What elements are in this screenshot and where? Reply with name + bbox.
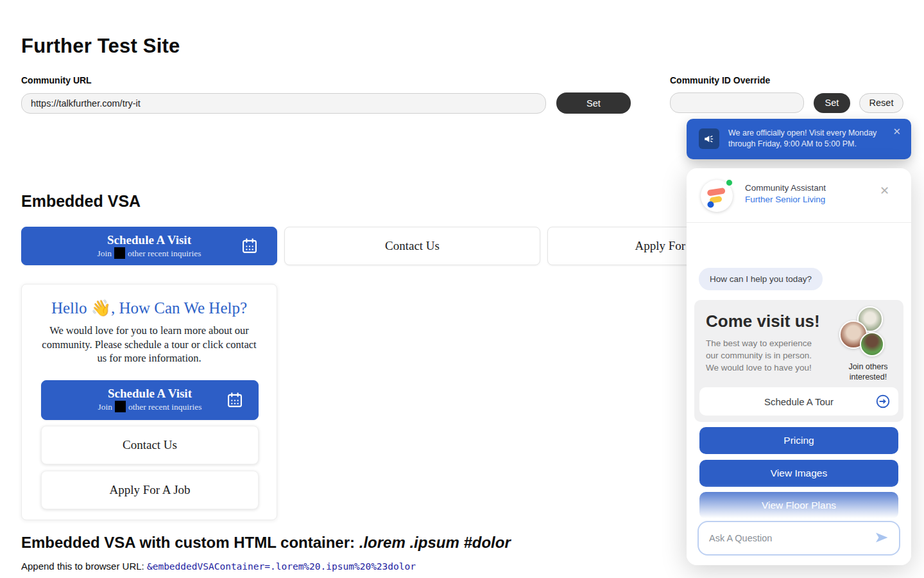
community-id-input[interactable] [670,92,804,113]
toast-close-button[interactable]: ✕ [893,127,901,136]
controls-section: Community URL Set Community ID Override … [21,75,903,114]
community-url-input[interactable] [21,93,546,114]
schedule-visit-subtext: Joinother recent inquiries [97,247,201,259]
greeting-bubble: How can I help you today? [699,268,823,290]
schedule-tour-button[interactable]: Schedule A Tour [699,387,898,416]
community-id-reset-button[interactable]: Reset [859,93,903,113]
ask-question-box [697,521,900,556]
card-apply-job-button[interactable]: Apply For A Job [41,471,259,509]
announcement-toast: We are officially open! Visit every Mond… [687,119,911,159]
chat-close-button[interactable]: ✕ [880,185,889,197]
css-selector-text: .lorem .ipsum #dolor [359,534,511,551]
schedule-visit-button[interactable]: Schedule A Visit Joinother recent inquir… [21,227,277,265]
calendar-icon [226,391,244,409]
redacted-count [115,401,126,412]
schedule-visit-label: Schedule A Visit [107,233,191,247]
community-url-label: Community URL [21,75,631,85]
contact-us-button[interactable]: Contact Us [284,227,540,265]
megaphone-icon-box [699,128,719,149]
interested-avatars [839,306,893,362]
community-id-group: Community ID Override Set Reset [670,75,903,113]
community-id-set-button[interactable]: Set [814,93,850,113]
send-button[interactable] [872,530,891,547]
card-contact-us-button[interactable]: Contact Us [41,426,259,464]
community-url-group: Community URL Set [21,75,631,114]
hello-card: Hello 👋, How Can We Help? We would love … [21,284,277,520]
quick-action-view-images[interactable]: View Images [699,460,898,487]
chat-header: Community Assistant Further Senior Livin… [687,168,911,223]
chat-footer [687,484,911,565]
ask-question-input[interactable] [709,533,872,543]
assistant-title: Community Assistant [745,183,826,193]
hello-heading: Hello 👋, How Can We Help? [41,299,257,318]
toast-message: We are officially open! Visit every Mond… [728,128,887,151]
redacted-count [114,247,125,259]
send-icon [873,530,891,545]
avatars-caption: Join others interested! [835,362,901,383]
community-link[interactable]: Further Senior Living [745,195,825,204]
card-schedule-visit-button[interactable]: Schedule A Visit Joinother recent inquir… [41,380,259,420]
visit-card-heading: Come visit us! [706,311,820,331]
arrow-right-circle-icon [876,394,890,408]
community-url-set-button[interactable]: Set [556,92,631,114]
card-schedule-visit-subtext: Joinother recent inquiries [98,401,201,412]
online-dot [726,179,733,186]
hello-body: We would love for you to learn more abou… [41,324,257,365]
append-url-code: &embeddedVSAContainer=.lorem%20.ipsum%20… [147,561,416,572]
megaphone-icon [703,133,715,144]
calendar-icon [241,237,259,255]
visit-card: Come visit us! The best way to experienc… [694,300,903,422]
quick-action-pricing[interactable]: Pricing [699,427,898,454]
page-title: Further Test Site [21,35,903,58]
assistant-avatar [701,180,733,212]
avatar [860,332,884,356]
visit-card-body: The best way to experience our community… [706,337,820,374]
chat-panel: Community Assistant Further Senior Livin… [687,168,911,565]
community-id-label: Community ID Override [670,75,903,85]
